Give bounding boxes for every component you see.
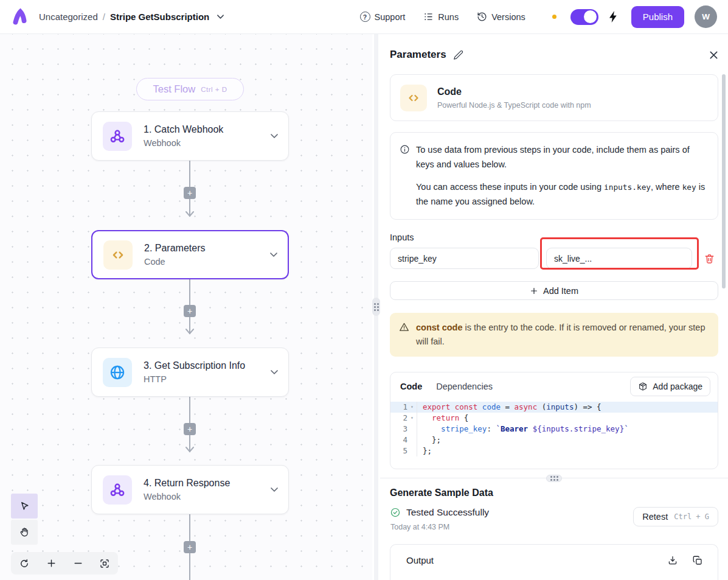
add-package-label: Add package bbox=[653, 382, 702, 391]
instant-run-bolt-icon[interactable] bbox=[608, 10, 618, 23]
test-status-label: Tested Successfully bbox=[406, 507, 489, 518]
canvas-zoom-toolbar bbox=[11, 552, 118, 575]
node-subtitle: Webhook bbox=[144, 492, 230, 501]
code-editor[interactable]: 1 ▾ export const code = async (inputs) =… bbox=[390, 402, 718, 456]
flow-title[interactable]: Stripe GetSubscription bbox=[110, 12, 209, 22]
reset-view-button[interactable] bbox=[11, 552, 38, 575]
app-logo-icon[interactable] bbox=[10, 7, 30, 27]
key-code: key bbox=[682, 183, 696, 192]
output-title: Output bbox=[406, 555, 434, 565]
section-resize-handle[interactable] bbox=[546, 475, 562, 482]
copy-output-icon[interactable] bbox=[692, 555, 703, 566]
code-icon bbox=[400, 85, 427, 111]
history-icon bbox=[477, 12, 487, 22]
info-paragraph-1: To use data from previous steps in your … bbox=[416, 143, 707, 172]
node-subtitle: Webhook bbox=[144, 138, 223, 148]
flow-canvas[interactable]: Test Flow Ctrl + D + + + + 1. Catch Webh… bbox=[0, 34, 372, 580]
fit-to-screen-button[interactable] bbox=[91, 552, 118, 575]
line-number: 2 bbox=[390, 413, 407, 424]
const-code-warning-box: const code is the entry to the code. If … bbox=[390, 313, 718, 357]
node-chevron-down-icon[interactable] bbox=[270, 369, 279, 375]
runs-list-icon bbox=[423, 12, 434, 22]
versions-label: Versions bbox=[491, 12, 525, 22]
add-step-button[interactable]: + bbox=[184, 423, 196, 435]
add-step-button[interactable]: + bbox=[184, 541, 196, 553]
check-circle-icon bbox=[390, 507, 401, 518]
add-item-label: Add Item bbox=[543, 286, 578, 296]
input-key-value-row bbox=[390, 248, 718, 269]
node-title: 4. Return Response bbox=[144, 478, 230, 489]
node-return-response[interactable]: 4. Return Response Webhook bbox=[91, 465, 289, 514]
info-icon bbox=[400, 144, 410, 209]
fold-chevron-icon[interactable]: ▾ bbox=[407, 413, 417, 424]
globe-icon bbox=[103, 358, 132, 387]
toggle-knob bbox=[584, 10, 597, 23]
inputs-key-code: inputs.key bbox=[604, 183, 651, 192]
retest-button[interactable]: Retest Ctrl + G bbox=[633, 507, 718, 526]
delete-input-button[interactable] bbox=[701, 250, 718, 268]
pan-tool-button[interactable] bbox=[11, 520, 38, 545]
test-flow-shortcut: Ctrl + D bbox=[201, 86, 227, 93]
select-tool-button[interactable] bbox=[11, 494, 38, 519]
webhook-icon bbox=[103, 475, 132, 505]
webhook-icon bbox=[103, 122, 132, 151]
step-type-description: Powerful Node.js & TypeScript code with … bbox=[437, 101, 591, 110]
node-chevron-down-icon[interactable] bbox=[269, 252, 278, 257]
inputs-section-label: Inputs bbox=[390, 232, 718, 242]
versions-button[interactable]: Versions bbox=[477, 12, 525, 22]
code-editor-card: Code Dependencies Add package 1 ▾ export… bbox=[390, 372, 718, 469]
runs-label: Runs bbox=[438, 12, 459, 22]
zoom-in-button[interactable] bbox=[38, 552, 64, 575]
code-line: }; bbox=[417, 435, 718, 445]
node-catch-webhook[interactable]: 1. Catch Webhook Webhook bbox=[91, 111, 289, 161]
panel-resize-handle[interactable] bbox=[372, 298, 380, 316]
support-button[interactable]: ? Support bbox=[360, 12, 406, 22]
add-item-button[interactable]: Add Item bbox=[390, 281, 718, 300]
node-chevron-down-icon[interactable] bbox=[270, 487, 279, 492]
line-number: 1 bbox=[390, 402, 407, 413]
fold-chevron-icon[interactable]: ▾ bbox=[407, 402, 417, 413]
panel-scrollbar[interactable] bbox=[722, 74, 726, 288]
download-output-icon[interactable] bbox=[667, 555, 678, 566]
generate-sample-data-heading: Generate Sample Data bbox=[390, 487, 718, 498]
step-settings-panel: Parameters Code Powerful Node.js & TypeS… bbox=[380, 34, 728, 580]
inputs-info-box: To use data from previous steps in your … bbox=[390, 132, 718, 220]
add-step-button[interactable]: + bbox=[184, 305, 196, 317]
panel-section-divider bbox=[380, 478, 728, 478]
tab-dependencies[interactable]: Dependencies bbox=[436, 382, 493, 391]
support-label: Support bbox=[375, 12, 406, 22]
breadcrumb-category[interactable]: Uncategorized bbox=[39, 12, 98, 22]
flow-menu-chevron-icon[interactable] bbox=[217, 14, 224, 19]
app-window: Uncategorized / Stripe GetSubscription ?… bbox=[0, 0, 728, 580]
line-number: 4 bbox=[390, 435, 407, 445]
code-line: export const code = async (inputs) => { bbox=[417, 402, 718, 413]
flow-enabled-toggle[interactable] bbox=[570, 9, 598, 25]
node-get-subscription-info[interactable]: 3. Get Subscription Info HTTP bbox=[91, 348, 289, 397]
code-line: return { bbox=[417, 413, 718, 424]
input-key-field[interactable] bbox=[390, 248, 539, 269]
node-parameters[interactable]: 2. Parameters Code bbox=[91, 230, 289, 279]
package-icon bbox=[638, 382, 648, 391]
line-number: 5 bbox=[390, 445, 407, 456]
input-value-field[interactable] bbox=[546, 248, 692, 269]
node-title: 1. Catch Webhook bbox=[144, 124, 223, 135]
warning-triangle-icon bbox=[399, 322, 409, 349]
user-avatar[interactable]: W bbox=[695, 5, 717, 28]
test-flow-button[interactable]: Test Flow Ctrl + D bbox=[136, 78, 244, 100]
plus-icon bbox=[530, 287, 538, 295]
tab-code[interactable]: Code bbox=[400, 382, 422, 391]
add-step-button[interactable]: + bbox=[184, 187, 196, 199]
zoom-out-button[interactable] bbox=[64, 552, 91, 575]
runs-button[interactable]: Runs bbox=[423, 12, 459, 22]
add-package-button[interactable]: Add package bbox=[630, 377, 710, 396]
top-bar: Uncategorized / Stripe GetSubscription ?… bbox=[0, 0, 728, 34]
node-chevron-down-icon[interactable] bbox=[270, 133, 279, 139]
node-subtitle: HTTP bbox=[144, 374, 245, 384]
node-title: 3. Get Subscription Info bbox=[144, 360, 245, 371]
output-card: Output bbox=[390, 544, 718, 580]
step-type-name: Code bbox=[437, 86, 591, 97]
publish-button[interactable]: Publish bbox=[631, 6, 684, 28]
close-panel-icon[interactable] bbox=[709, 51, 718, 60]
unsaved-status-dot bbox=[552, 15, 556, 19]
edit-name-pencil-icon[interactable] bbox=[453, 50, 463, 60]
